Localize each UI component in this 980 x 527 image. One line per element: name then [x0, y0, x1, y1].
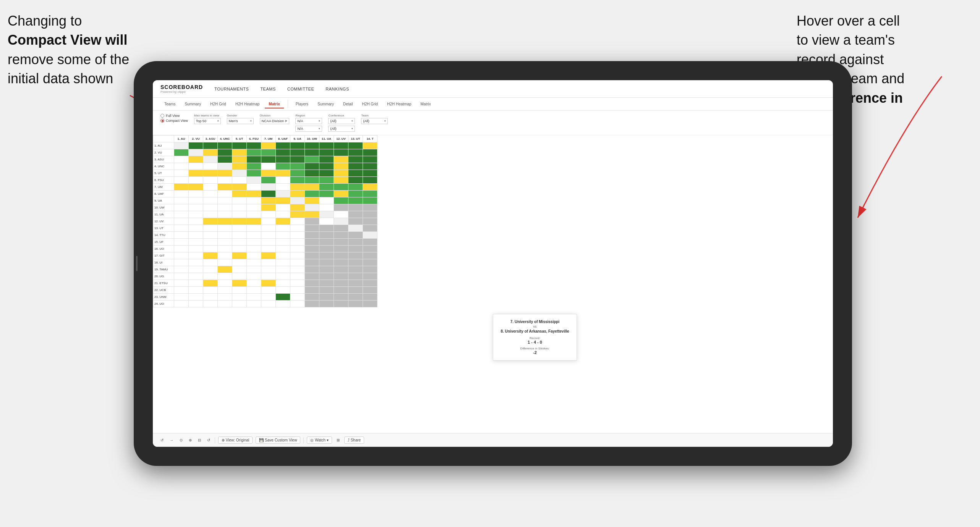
- matrix-cell[interactable]: [319, 184, 334, 191]
- tab-h2h-heatmap-players[interactable]: H2H Heatmap: [383, 100, 415, 108]
- matrix-cell[interactable]: [261, 197, 276, 204]
- matrix-cell[interactable]: [232, 280, 247, 287]
- matrix-cell[interactable]: [203, 197, 218, 204]
- watch-btn[interactable]: ◎ Watch ▾: [307, 436, 332, 444]
- save-custom-btn[interactable]: 💾 Save Custom View: [256, 436, 300, 444]
- conference-select2[interactable]: (All) ▾: [328, 126, 355, 132]
- matrix-cell[interactable]: [247, 273, 261, 280]
- matrix-cell[interactable]: [189, 259, 203, 266]
- matrix-cell[interactable]: [276, 280, 290, 287]
- matrix-cell[interactable]: [189, 156, 203, 163]
- matrix-cell[interactable]: [348, 211, 363, 218]
- matrix-cell[interactable]: [247, 218, 261, 225]
- matrix-cell[interactable]: [305, 273, 319, 280]
- matrix-cell[interactable]: [203, 191, 218, 197]
- compact-view-radio[interactable]: Compact View: [160, 119, 188, 123]
- matrix-cell[interactable]: [363, 266, 377, 273]
- matrix-cell[interactable]: [232, 287, 247, 294]
- zoom-in-btn[interactable]: ⊕: [187, 437, 193, 443]
- matrix-cell[interactable]: [363, 156, 377, 163]
- matrix-cell[interactable]: [290, 287, 305, 294]
- matrix-cell[interactable]: [334, 211, 348, 218]
- matrix-cell[interactable]: [334, 163, 348, 170]
- share-btn[interactable]: ⤴ Share: [344, 436, 364, 444]
- matrix-cell[interactable]: [363, 273, 377, 280]
- matrix-cell[interactable]: [189, 163, 203, 170]
- matrix-cell[interactable]: [348, 239, 363, 246]
- matrix-cell[interactable]: [319, 294, 334, 301]
- matrix-cell[interactable]: [232, 149, 247, 156]
- matrix-cell[interactable]: [276, 156, 290, 163]
- matrix-cell[interactable]: [247, 163, 261, 170]
- matrix-cell[interactable]: [319, 156, 334, 163]
- tab-matrix[interactable]: Matrix: [265, 100, 283, 108]
- matrix-cell[interactable]: [363, 280, 377, 287]
- matrix-cell[interactable]: [348, 149, 363, 156]
- matrix-cell[interactable]: [334, 280, 348, 287]
- matrix-cell[interactable]: [218, 163, 232, 170]
- matrix-cell[interactable]: [305, 232, 319, 239]
- matrix-cell[interactable]: [348, 170, 363, 177]
- matrix-cell[interactable]: [276, 246, 290, 252]
- matrix-cell[interactable]: [319, 266, 334, 273]
- matrix-cell[interactable]: [319, 225, 334, 232]
- matrix-cell[interactable]: [261, 232, 276, 239]
- matrix-cell[interactable]: [363, 170, 377, 177]
- matrix-cell[interactable]: [334, 301, 348, 307]
- matrix-cell[interactable]: [174, 225, 189, 232]
- matrix-cell[interactable]: [203, 232, 218, 239]
- matrix-cell[interactable]: [247, 149, 261, 156]
- matrix-cell[interactable]: [363, 177, 377, 184]
- matrix-cell[interactable]: [189, 197, 203, 204]
- matrix-cell[interactable]: [334, 156, 348, 163]
- full-view-radio[interactable]: Full View: [160, 114, 188, 118]
- matrix-cell[interactable]: [247, 197, 261, 204]
- matrix-cell[interactable]: [363, 184, 377, 191]
- redo-btn[interactable]: →: [168, 437, 175, 443]
- view-original-btn[interactable]: ⊕ View: Original: [218, 436, 253, 444]
- matrix-cell[interactable]: [218, 142, 232, 149]
- matrix-cell[interactable]: [334, 287, 348, 294]
- matrix-cell[interactable]: [189, 204, 203, 211]
- matrix-cell[interactable]: [348, 156, 363, 163]
- matrix-cell[interactable]: [261, 163, 276, 170]
- matrix-cell[interactable]: [174, 197, 189, 204]
- matrix-cell[interactable]: [276, 259, 290, 266]
- refresh-btn[interactable]: ↺: [206, 437, 212, 443]
- matrix-cell[interactable]: [363, 239, 377, 246]
- matrix-cell[interactable]: [290, 301, 305, 307]
- matrix-cell[interactable]: [189, 246, 203, 252]
- matrix-cell[interactable]: [232, 142, 247, 149]
- max-teams-select[interactable]: Top 50 ▾: [194, 118, 221, 124]
- matrix-cell[interactable]: [261, 184, 276, 191]
- matrix-cell[interactable]: [247, 294, 261, 301]
- matrix-cell[interactable]: [232, 170, 247, 177]
- matrix-cell[interactable]: [276, 287, 290, 294]
- matrix-cell[interactable]: [363, 163, 377, 170]
- matrix-cell[interactable]: [363, 211, 377, 218]
- matrix-cell[interactable]: [203, 266, 218, 273]
- matrix-cell[interactable]: [305, 301, 319, 307]
- matrix-cell[interactable]: [334, 239, 348, 246]
- matrix-cell[interactable]: [247, 246, 261, 252]
- matrix-cell[interactable]: [363, 232, 377, 239]
- matrix-cell[interactable]: [348, 252, 363, 259]
- matrix-cell[interactable]: [290, 246, 305, 252]
- region-select2[interactable]: N/A ▾: [295, 126, 322, 132]
- matrix-cell[interactable]: [276, 211, 290, 218]
- matrix-cell[interactable]: [305, 266, 319, 273]
- matrix-cell[interactable]: [334, 273, 348, 280]
- matrix-cell[interactable]: [189, 301, 203, 307]
- matrix-cell[interactable]: [174, 259, 189, 266]
- matrix-cell[interactable]: [348, 142, 363, 149]
- matrix-cell[interactable]: [232, 225, 247, 232]
- matrix-cell[interactable]: [348, 177, 363, 184]
- matrix-cell[interactable]: [290, 163, 305, 170]
- matrix-cell[interactable]: [261, 177, 276, 184]
- matrix-cell[interactable]: [363, 294, 377, 301]
- matrix-cell[interactable]: [218, 287, 232, 294]
- matrix-cell[interactable]: [261, 246, 276, 252]
- matrix-cell[interactable]: [261, 211, 276, 218]
- matrix-cell[interactable]: [290, 170, 305, 177]
- matrix-cell[interactable]: [290, 266, 305, 273]
